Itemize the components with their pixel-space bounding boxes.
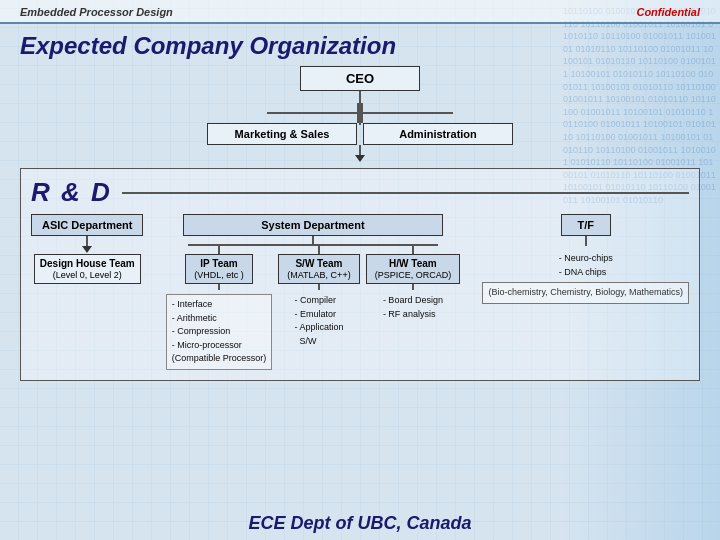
system-dept-box: System Department [183,214,443,236]
header-right-label: Confidential [636,6,700,18]
ceo-row: CEO [300,66,420,91]
sw-detail-vline [318,284,320,290]
header-bar: Embedded Processor Design Confidential [0,0,720,24]
rnd-vline [359,145,361,155]
ip-team-col: IP Team (VHDL, etc ) - Interface- Arithm… [166,246,273,370]
ip-vline [218,246,220,254]
rnd-right-line [122,192,689,194]
header-left-label: Embedded Processor Design [20,6,173,18]
org-chart: CEO Marketing & Sales [0,66,720,381]
ip-team-sublabel: (VHDL, etc ) [194,270,244,280]
sw-team-sublabel: (MATLAB, C++) [287,270,350,280]
page-title: Expected Company Organization [0,24,720,64]
administration-box: Administration [363,123,513,145]
right-h-line [361,103,453,123]
design-house-box: Design House Team (Level 0, Level 2) [34,254,141,284]
rnd-inner-row: ASIC Department Design House Team (Level… [31,214,689,370]
left-h-line [267,103,359,123]
sw-team-col: S/W Team (MATLAB, C++) - Compiler- Emula… [278,246,359,370]
hw-team-details: - Board Design- RF analysis [383,294,443,321]
tf-box: T/F [561,214,611,236]
hw-team-col: H/W Team (PSPICE, ORCAD) - Board Design-… [366,246,461,370]
hw-team-box: H/W Team (PSPICE, ORCAD) [366,254,461,284]
ip-team-label: IP Team [200,258,237,269]
system-vline [312,236,314,244]
tf-neuro: - Neuro-chips [559,253,613,263]
sw-team-label: S/W Team [295,258,342,269]
tf-col: T/F - Neuro-chips - DNA chips (Bio-chemi… [482,214,689,304]
ip-team-details: - Interface- Arithmetic- Compression- Mi… [166,294,273,370]
ip-team-box: IP Team (VHDL, etc ) [185,254,253,284]
branch-container: Marketing & Sales Administration [20,103,700,145]
asic-vline [86,236,88,246]
rnd-title-row: R & D [31,177,689,208]
ip-detail-vline [218,284,220,290]
main-content: Embedded Processor Design Confidential E… [0,0,720,540]
asic-arrow [82,246,92,253]
hw-detail-vline [412,284,414,290]
ceo-container: CEO Marketing & Sales [20,66,700,162]
tf-vline [585,236,587,246]
tf-details: - Neuro-chips - DNA chips [559,252,613,279]
sw-team-details: - Compiler- Emulator- Application S/W [294,294,343,348]
tf-dna: - DNA chips [559,267,607,277]
rnd-title: R & D [31,177,112,208]
tf-bio-text: (Bio-chemistry, Chemistry, Biology, Math… [488,287,683,297]
ceo-box: CEO [300,66,420,91]
hw-team-sublabel: (PSPICE, ORCAD) [375,270,452,280]
left-h-connector [267,112,357,114]
ceo-vline [359,91,361,103]
rnd-outer-box: R & D ASIC Department Design House Team … [20,168,700,381]
hw-vline [412,246,414,254]
footer-label: ECE Dept of UBC, Canada [0,513,720,534]
sw-team-box: S/W Team (MATLAB, C++) [278,254,359,284]
asic-col: ASIC Department Design House Team (Level… [31,214,143,284]
sw-vline [318,246,320,254]
left-branch: Marketing & Sales [207,103,359,145]
teams-row: IP Team (VHDL, etc ) - Interface- Arithm… [151,246,474,370]
asic-dept-box: ASIC Department [31,214,143,236]
rnd-arrow [355,155,365,162]
right-h-connector [363,112,453,114]
system-col: System Department IP Team (VHDL, etc ) [151,214,474,370]
hw-team-label: H/W Team [389,258,437,269]
marketing-box: Marketing & Sales [207,123,357,145]
design-house-label: Design House Team [40,258,135,269]
design-house-sublabel: (Level 0, Level 2) [53,270,122,280]
right-branch: Administration [361,103,513,145]
tf-bio-box: (Bio-chemistry, Chemistry, Biology, Math… [482,282,689,304]
